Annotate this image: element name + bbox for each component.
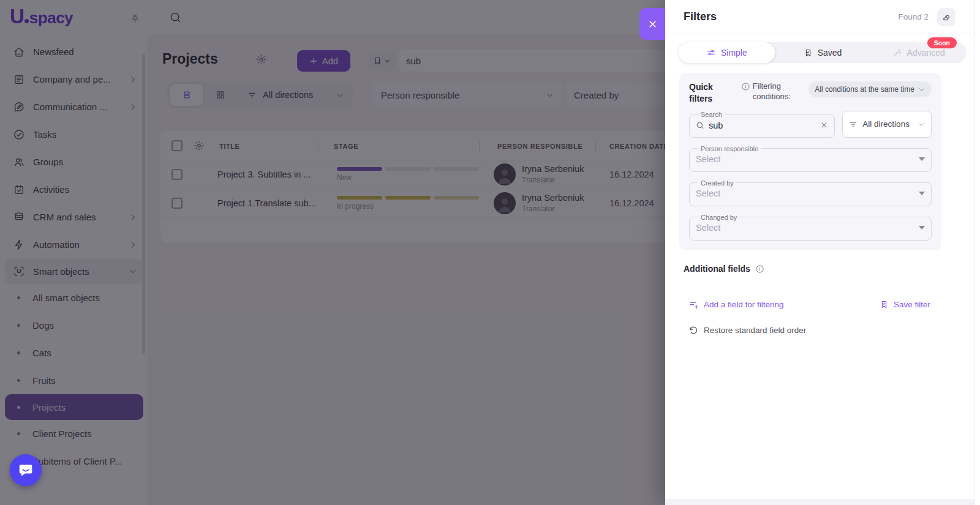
found-count: Found 2 [898,12,929,21]
search-icon [696,121,704,130]
filter-directions-select[interactable]: All directions [842,111,932,138]
filters-tabs: Simple Saved Advanced Soon [679,42,967,63]
dropdown-arrow-icon [919,192,925,195]
save-filter-link[interactable]: Save filter [880,300,930,309]
tab-label: Advanced [907,48,945,58]
conditions-mode-select[interactable]: All conditions at the same time [809,81,932,97]
sliders-icon [706,48,716,58]
bookmark-icon [804,48,813,58]
save-filter-label: Save filter [894,300,930,309]
changed-by-select[interactable]: Changed by Select [689,214,932,241]
person-responsible-select[interactable]: Person responsible Select [689,145,932,172]
panel-footer-strip [665,499,974,505]
select-field-label: Created by [698,179,736,187]
info-icon[interactable] [741,82,750,91]
magic-wand-icon [892,48,902,58]
restore-field-order-link[interactable]: Restore standard field order [688,326,980,335]
soon-badge: Soon [927,37,957,48]
restore-icon [688,326,698,335]
select-placeholder: Select [696,189,720,198]
filtering-conditions: Filtering conditions: [741,81,804,102]
info-icon[interactable] [755,264,764,274]
filter-directions-value: All directions [862,119,910,129]
select-placeholder: Select [696,223,720,233]
filtering-conditions-label: Filtering conditions: [753,81,804,102]
select-placeholder: Select [696,154,720,164]
tab-simple[interactable]: Simple [679,42,775,63]
filters-panel: Filters Found 2 Simple Saved Advanced So… [665,0,980,505]
bookmark-check-icon [880,300,889,309]
quick-filters-card: Quick filters Filtering conditions: All … [679,73,941,250]
search-field-label: Search [698,111,725,118]
filter-search-input[interactable] [709,121,816,130]
filter-lines-icon [849,120,858,129]
close-filters-button[interactable] [639,8,665,40]
chevron-down-icon [918,121,925,128]
add-field-label: Add a field for filtering [704,300,784,309]
chat-widget-button[interactable] [10,454,42,486]
eraser-icon [941,12,951,22]
clear-search-icon[interactable] [820,121,828,129]
add-field-link[interactable]: Add a field for filtering [688,299,784,310]
dropdown-arrow-icon [919,226,925,230]
created-by-select[interactable]: Created by Select [689,179,932,206]
filters-header: Filters Found 2 [665,0,980,34]
additional-fields-heading: Additional fields [684,264,750,274]
quick-filters-heading: Quick filters [689,81,728,105]
additional-fields-section: Additional fields [684,264,962,274]
panel-scrollbar[interactable] [974,0,980,505]
add-field-icon [688,299,699,310]
chevron-down-icon [918,86,925,93]
conditions-mode-value: All conditions at the same time [815,85,914,94]
select-field-label: Person responsible [698,145,761,152]
filter-search-field: Search [689,111,835,138]
clear-filters-button[interactable] [937,8,956,26]
tab-label: Simple [721,48,747,58]
tab-saved[interactable]: Saved [775,42,871,63]
restore-label: Restore standard field order [704,326,806,335]
filters-title: Filters [684,10,717,23]
app-root: U spacy Newsfeed Company and pe... Commu… [0,0,980,505]
chat-bubble-icon [18,462,34,478]
select-field-label: Changed by [698,214,739,221]
tab-label: Saved [818,48,842,58]
dropdown-arrow-icon [919,157,925,161]
close-icon [647,19,658,29]
